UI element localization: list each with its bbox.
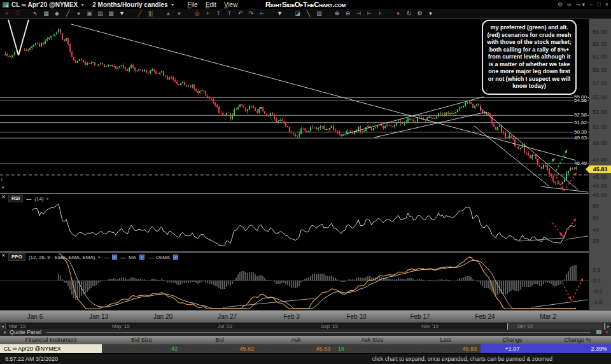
- osma-checkbox[interactable]: [173, 255, 178, 260]
- triangle-marker-icon[interactable]: ▲: [163, 9, 174, 18]
- timeframe-selector[interactable]: 2 Months/Hourly candles: [92, 1, 167, 8]
- menu-file[interactable]: File: [188, 1, 198, 8]
- price-tick: 65.00: [593, 29, 607, 35]
- symbol-dropdown-caret-icon[interactable]: ▼: [80, 3, 85, 7]
- price-tick: 55.00: [593, 94, 607, 101]
- rsi-plot[interactable]: [0, 194, 589, 251]
- zoom-out-icon[interactable]: ⊖: [342, 9, 353, 18]
- scroll-left-icon[interactable]: ◂: [0, 323, 6, 330]
- column-header-financial-instrument[interactable]: Financial Instrument: [0, 336, 102, 344]
- center-axis-icon[interactable]: ⊦: [375, 9, 386, 18]
- date-tick: Feb 24: [475, 313, 495, 320]
- quote-panel-collapse-icon[interactable]: ▼: [3, 329, 7, 336]
- rsi-label[interactable]: RSI: [8, 195, 23, 202]
- rsi-panel[interactable]: ✕ RSI — (14) ▸: [0, 194, 611, 251]
- crosshair-tool-icon[interactable]: +: [202, 9, 213, 18]
- price-axis[interactable]: 65.0063.0061.0059.0057.0055.0053.0051.00…: [589, 19, 611, 310]
- close-icon[interactable]: ×: [1, 9, 12, 18]
- circle-marker-icon[interactable]: ●: [174, 9, 185, 18]
- status-timestamp: 8:57:22 AM 3/2/2020: [5, 356, 58, 362]
- gallery-tool-icon[interactable]: ▤: [95, 9, 106, 18]
- undo-icon[interactable]: ↶: [235, 9, 246, 18]
- layout-grid-icon[interactable]: ▦: [106, 9, 116, 18]
- date-tick: Feb 10: [346, 313, 366, 320]
- hatch-brush-icon[interactable]: ▨: [314, 9, 325, 18]
- rsi-tick: 60: [593, 214, 599, 221]
- snap-left-icon[interactable]: ⊣: [353, 9, 364, 18]
- text-tool-icon[interactable]: T: [213, 9, 224, 18]
- grid-tool-icon[interactable]: ▦: [41, 9, 52, 18]
- alert-bell-icon[interactable]: ☎: [596, 329, 603, 336]
- column-header-ask[interactable]: Ask: [258, 336, 334, 344]
- stamp-tool-icon[interactable]: ◆: [52, 9, 62, 18]
- column-header-ask-size[interactable]: Ask Size: [334, 336, 411, 344]
- quote-cell-bid: 45.82: [181, 344, 258, 353]
- ray-line-icon[interactable]: ╲: [303, 9, 314, 18]
- wrench-icon[interactable]: ⚙: [414, 9, 425, 18]
- pin-window-icon[interactable]: ⊸ ▾: [575, 1, 585, 8]
- ma-checkbox[interactable]: [139, 255, 144, 260]
- scroll-right-icon[interactable]: ▸: [605, 323, 611, 330]
- pointer-tool-icon[interactable]: ↖: [30, 9, 41, 18]
- target-icon[interactable]: ◎: [192, 9, 202, 18]
- quote-panel-close-icon[interactable]: ×: [605, 329, 608, 336]
- link-windows-icon[interactable]: ∞: [567, 1, 571, 8]
- ppo-close-icon[interactable]: ✕: [1, 253, 6, 258]
- column-header-last[interactable]: Last: [411, 336, 481, 344]
- price-chart-panel[interactable]: ⊦ ▲ my preferred (green) and alt. (red) …: [0, 19, 611, 193]
- ellipse-tool-icon[interactable]: ●: [73, 9, 84, 18]
- close-window-icon[interactable]: ×: [605, 1, 608, 8]
- osma-histogram: [58, 265, 577, 300]
- ppo-checkbox[interactable]: [112, 255, 117, 260]
- snap-right-icon[interactable]: ⊢: [364, 9, 375, 18]
- quote-panel-title: Quote Panel: [10, 329, 41, 336]
- settings-gear-icon[interactable]: ⚙: [558, 1, 563, 8]
- marquee-select-icon[interactable]: □: [12, 9, 23, 18]
- rsi-tick: 40: [593, 227, 599, 233]
- filter-dropdown-icon[interactable]: ▼: [116, 9, 127, 18]
- redo-icon[interactable]: ↷: [246, 9, 256, 18]
- restore-icon[interactable]: □: [597, 1, 600, 8]
- ppo-tick: 0.5: [593, 267, 601, 273]
- note-tool-icon[interactable]: T: [224, 9, 235, 18]
- date-axis[interactable]: Jan 6Jan 13Jan 20Jan 27Feb 3Feb 10Feb 17…: [0, 310, 611, 323]
- chart-scrollbar[interactable]: ◂ ▸ Mar '19May '19Jul '19Sep '19Nov '19J…: [0, 323, 611, 329]
- menu-view[interactable]: View: [224, 1, 238, 8]
- ppo-pointer-icon[interactable]: ▸: [98, 255, 101, 260]
- quote-row[interactable]: CL ∞ Apr20 @NYMEX4245.8245.831845.83+1.0…: [0, 344, 611, 353]
- left-triangle-marker-icon[interactable]: ▲: [1, 185, 5, 190]
- image-tool-icon[interactable]: ▣: [84, 9, 95, 18]
- price-level-tag: 49.63: [573, 136, 587, 141]
- filter2-dropdown-icon[interactable]: ▼: [274, 9, 285, 18]
- back-arrow-icon[interactable]: ⇐: [256, 9, 267, 18]
- area-chart-icon[interactable]: ◪: [292, 9, 303, 18]
- timeframe-dropdown-caret-icon[interactable]: ▼: [171, 3, 175, 7]
- quote-cell-change-: 2.39%: [544, 344, 611, 353]
- ppo-header: PPO (12, 26, 9 - EMA, EMA, EMA) ▸ — — MA…: [8, 253, 178, 261]
- quote-panel-rule: [46, 332, 591, 333]
- more-dropdown-icon[interactable]: ▾: [425, 9, 436, 18]
- symbol-selector[interactable]: CL ∞ Apr'20 @NYMEX: [11, 1, 78, 8]
- column-header-bid[interactable]: Bid: [181, 336, 258, 344]
- annotation-callout[interactable]: my preferred (green) and alt. (red) scen…: [482, 20, 577, 95]
- menu-edit[interactable]: Edit: [206, 1, 216, 8]
- column-header-bid-size[interactable]: Bid Size: [102, 336, 181, 344]
- left-cursor-marker-icon[interactable]: ⊦: [1, 177, 4, 182]
- rsi-pointer-icon[interactable]: ▸: [47, 196, 50, 201]
- date-tick: Feb 17: [410, 313, 430, 320]
- last-price-tag: 45.83: [589, 165, 611, 173]
- pen-tool-icon[interactable]: ╱: [62, 9, 73, 18]
- rsi-close-icon[interactable]: ✕: [1, 194, 6, 200]
- refresh-icon[interactable]: ↻: [404, 9, 414, 18]
- zoom-in-icon[interactable]: ⊕: [332, 9, 342, 18]
- ppo-panel[interactable]: ✕ PPO (12, 26, 9 - EMA, EMA, EMA) ▸ — — …: [0, 253, 611, 310]
- app-chart-icon: [3, 2, 9, 8]
- column-header-change-[interactable]: Change %: [544, 336, 611, 344]
- minimize-icon[interactable]: −: [589, 1, 593, 8]
- globe-icon[interactable]: ●: [393, 9, 404, 18]
- volume-bars-icon[interactable]: |||: [145, 9, 156, 18]
- trendline-pen-icon[interactable]: ╱: [134, 9, 145, 18]
- column-header-change[interactable]: Change: [481, 336, 544, 344]
- ppo-label[interactable]: PPO: [8, 253, 25, 261]
- ppo-plot[interactable]: [0, 253, 589, 310]
